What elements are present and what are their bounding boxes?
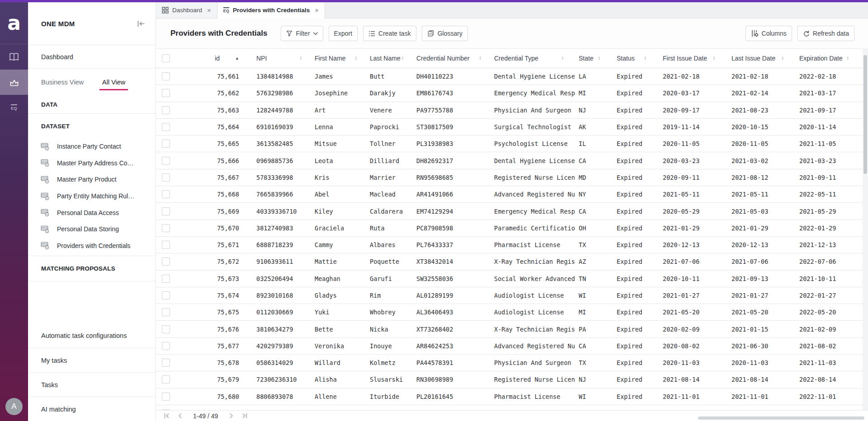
table-row[interactable]: 75,6631282449788ArtVenerePA97755788Physi… xyxy=(156,102,868,119)
export-button[interactable]: Export xyxy=(329,26,358,41)
sidebar-item-automatic-task-configurations[interactable]: Automatic task configurations xyxy=(28,323,156,348)
column-header-credential_number[interactable]: Credential Number▴▾ xyxy=(416,49,494,68)
cell-first_issue_date: 2019-11-14 xyxy=(659,119,727,135)
cell-state: CA xyxy=(576,203,613,219)
column-header-last_issue_date[interactable]: Last Issue Date▴▾ xyxy=(727,49,796,68)
row-checkbox[interactable] xyxy=(162,275,170,283)
tab-dashboard[interactable]: Dashboard × xyxy=(156,2,217,18)
column-header-first_issue_date[interactable]: First Issue Date▴▾ xyxy=(659,49,727,68)
table-row[interactable]: 75,6780586314029WillardKolmetzPA44578391… xyxy=(156,355,868,371)
section-label-matching-proposals[interactable]: MATCHING PROPOSALS xyxy=(28,256,156,281)
column-header-status[interactable]: Status▴▾ xyxy=(613,49,659,68)
row-checkbox[interactable] xyxy=(162,359,170,367)
close-tab-icon[interactable]: × xyxy=(207,6,211,14)
dataset-item[interactable]: Personal Data Storing xyxy=(28,221,156,238)
collapse-sidebar-icon[interactable] xyxy=(136,20,146,28)
row-checkbox[interactable] xyxy=(162,173,170,182)
row-checkbox[interactable] xyxy=(162,224,170,232)
table-row[interactable]: 75,6730325206494MeaghanGarufiSW32558036S… xyxy=(156,271,868,287)
table-row[interactable]: 75,6763810634279BetteNickaXT73268402X-Ra… xyxy=(156,321,868,337)
close-tab-icon[interactable]: × xyxy=(315,6,319,14)
table-row[interactable]: 75,6687665839966AbelMacleadAR41491066Adv… xyxy=(156,186,868,203)
table-row[interactable]: 75,6646910169039LennaPaprockiST30817509S… xyxy=(156,119,868,136)
dataset-search-icon[interactable]: EQ xyxy=(0,95,28,120)
row-checkbox[interactable] xyxy=(162,325,170,333)
cell-first_issue_date: 2020-03-23 xyxy=(659,152,727,168)
table-row[interactable]: 75,6611384814988JamesButtDH40110223Denta… xyxy=(156,68,868,85)
dataset-item[interactable]: Personal Data Access xyxy=(28,204,156,221)
dataset-item[interactable]: Master Party Address Co… xyxy=(28,155,156,172)
previous-page-icon[interactable] xyxy=(173,411,187,421)
row-checkbox[interactable] xyxy=(162,257,170,266)
cell-first_issue_date: 2021-01-27 xyxy=(659,287,727,304)
table-row[interactable]: 75,6660969885736LeotaDilliardDH82692317D… xyxy=(156,152,868,169)
first-page-icon[interactable] xyxy=(160,411,173,421)
table-row[interactable]: 75,6808806893078AlleneIturbidePL20161645… xyxy=(156,388,868,405)
column-header-state[interactable]: State▴▾ xyxy=(576,49,613,68)
table-row[interactable]: 75,66940339336710KileyCaldareraEM7412929… xyxy=(156,203,868,220)
dataset-item[interactable]: Providers with Credentials xyxy=(28,238,156,254)
row-checkbox[interactable] xyxy=(162,291,170,299)
table-row[interactable]: 75,6750112030669YukiWhobreyAL36406493Aud… xyxy=(156,304,868,321)
dataset-item[interactable]: Instance Party Contact xyxy=(28,138,156,155)
column-header-last_name[interactable]: Last Name▴▾ xyxy=(369,49,416,68)
table-row[interactable]: 75,6729106393611MattiePoquetteXT38432014… xyxy=(156,253,868,270)
sidebar-item-tasks[interactable]: Tasks xyxy=(28,372,156,397)
dataset-item[interactable]: Party Entity Matching Rul… xyxy=(28,188,156,205)
table-row[interactable]: 75,6675783336998KrisMarrierRN95698685Reg… xyxy=(156,169,868,186)
tab-all-view[interactable]: All View xyxy=(102,79,125,86)
row-checkbox[interactable] xyxy=(162,190,170,198)
row-checkbox[interactable] xyxy=(162,342,170,350)
table-row[interactable]: 75,6748923010168GladysRimAL01289199Audio… xyxy=(156,287,868,304)
table-row[interactable]: 75,6774202979389VeronikaInouyeAR84624253… xyxy=(156,338,868,355)
columns-button[interactable]: Columns xyxy=(745,26,792,41)
sidebar-item-ai-matching[interactable]: AI matching xyxy=(28,397,156,421)
tab-business-view[interactable]: Business View xyxy=(41,79,84,86)
table-row[interactable]: 75,6703812740983GracielaRutaPC87908598Pa… xyxy=(156,220,868,237)
refresh-data-button[interactable]: Refresh data xyxy=(797,26,854,41)
table-row[interactable]: 75,6653613582485MitsueTollnerPL31938983P… xyxy=(156,136,868,152)
column-header-expiration_date[interactable]: Expiration Date▴▾ xyxy=(796,49,861,68)
column-header-first_name[interactable]: First Name▴▾ xyxy=(314,49,369,68)
sidebar-item-my-tasks[interactable]: My tasks xyxy=(28,348,156,372)
avatar[interactable]: A xyxy=(5,398,23,415)
tab-providers-with-credentials[interactable]: EQ Providers with Credentials × xyxy=(217,2,325,19)
cell-id: 75,680 xyxy=(179,388,251,405)
row-checkbox[interactable] xyxy=(162,140,170,148)
filter-button[interactable]: Filter xyxy=(281,26,323,41)
cell-credential_type: Physician And Surgeon xyxy=(494,355,576,371)
cell-credential_type: Audiologist License xyxy=(494,304,576,320)
cell-credential_number: DH82692317 xyxy=(416,152,494,168)
table-row[interactable]: 75,6716888718239CammyAlbaresPL76433337Ph… xyxy=(156,237,868,253)
row-checkbox[interactable] xyxy=(162,207,170,215)
row-checkbox[interactable] xyxy=(162,393,170,401)
book-icon[interactable] xyxy=(0,44,28,70)
vertical-scrollbar-thumb[interactable] xyxy=(863,55,867,174)
sort-icon: ▴▾ xyxy=(355,56,357,61)
sidebar-item-dashboard[interactable]: Dashboard xyxy=(28,45,156,69)
table-row[interactable]: 75,67972306236310AlishaSlusarskiRN306989… xyxy=(156,371,868,388)
column-header-credential_type[interactable]: Credential Type▴▾ xyxy=(494,49,576,68)
horizontal-scrollbar-thumb[interactable] xyxy=(698,416,864,420)
row-checkbox[interactable] xyxy=(162,241,170,249)
cell-status: Expired xyxy=(613,237,659,253)
dataset-item[interactable]: Master Party Product xyxy=(28,171,156,188)
cell-credential_number: EM86176743 xyxy=(416,85,494,101)
select-all-checkbox[interactable] xyxy=(162,54,170,62)
next-page-icon[interactable] xyxy=(224,411,238,421)
glossary-button[interactable]: Glossary xyxy=(422,26,468,41)
row-checkbox[interactable] xyxy=(162,308,170,316)
table-row[interactable]: 75,6625763298986JosephineDarakjyEM861767… xyxy=(156,85,868,102)
crown-icon[interactable] xyxy=(0,70,28,95)
column-header-npi[interactable]: NPI▴▾ xyxy=(251,49,314,68)
row-checkbox[interactable] xyxy=(162,106,170,114)
brand-logo[interactable]: a xyxy=(0,2,28,44)
create-task-button[interactable]: Create task xyxy=(363,26,416,41)
row-checkbox[interactable] xyxy=(162,72,170,80)
row-checkbox[interactable] xyxy=(162,89,170,97)
last-page-icon[interactable] xyxy=(238,411,251,421)
row-checkbox[interactable] xyxy=(162,123,170,131)
row-checkbox[interactable] xyxy=(162,375,170,384)
column-header-id[interactable]: id▲ xyxy=(179,49,251,68)
row-checkbox[interactable] xyxy=(162,157,170,165)
